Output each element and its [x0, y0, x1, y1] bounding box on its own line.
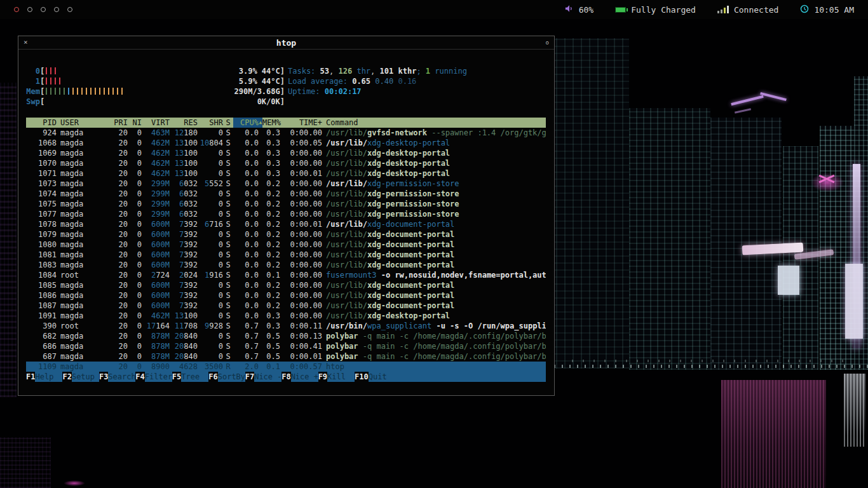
clock-time: 10:05 AM	[814, 5, 854, 15]
process-row-pid-1075[interactable]: 1075magda200299M60320S0.00.20:00.00/usr/…	[26, 199, 546, 209]
wallpaper-building	[629, 108, 710, 370]
desktop: 60% Fully Charged Connected 10:05 AM × h…	[0, 0, 868, 488]
process-row-pid-1073[interactable]: 1073magda200299M60325552S0.00.20:00.00/u…	[26, 179, 546, 189]
network-module[interactable]: Connected	[717, 5, 778, 15]
battery-module[interactable]: Fully Charged	[615, 5, 696, 15]
fkey-tree[interactable]: F5Tree	[172, 372, 208, 382]
htop-header: 0[3.9% 44°C]1[5.9% 44°C]Mem[290M/3.68G]S…	[26, 66, 546, 107]
process-row-pid-1084[interactable]: 1084root200272420241916S0.00.10:00.00fus…	[26, 270, 546, 280]
process-row-pid-1070[interactable]: 1070magda200462M131000S0.00.30:00.00/usr…	[26, 158, 546, 168]
column-header-ni[interactable]: NI	[128, 118, 142, 128]
meters: 0[3.9% 44°C]1[5.9% 44°C]Mem[290M/3.68G]S…	[26, 66, 285, 107]
window-title: htop	[276, 38, 296, 48]
process-row-pid-1069[interactable]: 1069magda200462M131000S0.00.30:00.00/usr…	[26, 148, 546, 158]
fkey-search[interactable]: F3Search	[99, 372, 135, 382]
window-titlebar[interactable]: × htop o	[18, 36, 554, 50]
fkey-nice-[interactable]: F7Nice -	[245, 372, 281, 382]
process-row-pid-682[interactable]: 682magda200878M208400S0.70.50:00.13polyb…	[26, 331, 546, 341]
process-row-pid-1078[interactable]: 1078magda200600M73926716S0.00.20:00.01/u…	[26, 219, 546, 229]
table-header: PID USER PRI NI VIRT RES SHR S CPU% ▲ ME…	[26, 118, 546, 128]
close-icon[interactable]: ×	[24, 36, 28, 49]
battery-status: Fully Charged	[631, 5, 696, 15]
window-menu-icon[interactable]: o	[546, 36, 549, 49]
process-row-pid-1071[interactable]: 1071magda200462M131000S0.00.30:00.01/usr…	[26, 168, 546, 179]
battery-icon	[615, 7, 626, 13]
fkey-setup[interactable]: F2Setup	[62, 372, 98, 382]
wallpaper-texture	[64, 480, 85, 486]
meter-1: 1[5.9% 44°C]	[26, 76, 285, 86]
workspace-indicator-3[interactable]	[41, 7, 46, 12]
fkey-help[interactable]: F1Help	[26, 372, 62, 382]
wallpaper-bright-building	[778, 266, 799, 295]
wallpaper-neon-roof	[731, 95, 763, 105]
htop-window: × htop o 0[3.9% 44°C]1[5.9% 44°C]Mem[290…	[18, 36, 555, 396]
process-row-pid-1079[interactable]: 1079magda200600M73920S0.00.20:00.00/usr/…	[26, 229, 546, 240]
signal-icon	[717, 6, 729, 13]
wallpaper-neon-roof	[760, 92, 787, 101]
wallpaper-waterline-lights	[572, 360, 851, 362]
fkey-quit[interactable]: F10Quit	[355, 372, 546, 382]
htop-terminal: 0[3.9% 44°C]1[5.9% 44°C]Mem[290M/3.68G]S…	[18, 50, 554, 395]
column-header-user[interactable]: USER	[60, 118, 107, 128]
process-row-pid-1109[interactable]: 1109magda200890046283500R2.00.10:00.57ht…	[26, 362, 546, 372]
column-header-res[interactable]: RES	[170, 118, 198, 128]
wallpaper-bright-building	[845, 264, 863, 339]
workspace-indicator-5[interactable]	[67, 7, 72, 12]
workspace-indicator-1[interactable]	[14, 7, 19, 12]
process-row-pid-1081[interactable]: 1081magda200600M73920S0.00.20:00.00/usr/…	[26, 250, 546, 260]
process-row-pid-1085[interactable]: 1085magda200600M73920S0.00.20:00.00/usr/…	[26, 280, 546, 290]
polybar-modules: 60% Fully Charged Connected 10:05 AM	[565, 4, 854, 15]
fkey-filter[interactable]: F4Filter	[135, 372, 172, 382]
column-header-state[interactable]: S	[223, 118, 233, 128]
column-header-virt[interactable]: VIRT	[142, 118, 170, 128]
process-row-pid-1091[interactable]: 1091magda200462M131000S0.00.30:00.00/usr…	[26, 311, 546, 321]
column-header-mem[interactable]: MEM%	[262, 118, 280, 128]
wallpaper-texture	[0, 83, 17, 397]
workspace-indicator-4[interactable]	[54, 7, 59, 12]
wallpaper-waterline-lights	[546, 365, 868, 368]
wallpaper-neon-sign	[811, 173, 844, 192]
process-row-pid-1086[interactable]: 1086magda200600M73920S0.00.20:00.00/usr/…	[26, 290, 546, 301]
clock-module[interactable]: 10:05 AM	[800, 4, 854, 15]
clock-icon	[800, 4, 809, 15]
fkey-sortby[interactable]: F6SortBy	[208, 372, 245, 382]
process-row-pid-1080[interactable]: 1080magda200600M73920S0.00.20:00.00/usr/…	[26, 240, 546, 250]
process-row-pid-390[interactable]: 390root20017164117089928S0.70.30:00.11/u…	[26, 321, 546, 331]
wallpaper-building	[548, 38, 629, 369]
process-row-pid-924[interactable]: 924magda200463M121800S0.00.30:00.00/usr/…	[26, 128, 546, 138]
wallpaper-water-reflection	[721, 380, 826, 488]
meter-swp: Swp[0K/0K]	[26, 97, 285, 107]
volume-level: 60%	[579, 5, 593, 15]
process-row-pid-1077[interactable]: 1077magda200299M60320S0.00.20:00.00/usr/…	[26, 209, 546, 219]
meter-mem: Mem[290M/3.68G]	[26, 86, 285, 97]
fkey-nice-[interactable]: F8Nice +	[281, 372, 318, 382]
network-status: Connected	[734, 5, 778, 15]
column-header-command[interactable]: Command	[322, 118, 546, 128]
wallpaper-water-reflection	[844, 374, 865, 447]
process-row-pid-1087[interactable]: 1087magda200600M73920S0.00.20:00.00/usr/…	[26, 301, 546, 311]
column-header-shr[interactable]: SHR	[198, 118, 223, 128]
info-lines: Tasks: 53, 126 thr, 101 kthr; 1 runningL…	[285, 66, 546, 107]
wallpaper-texture	[0, 437, 51, 488]
process-row-pid-1083[interactable]: 1083magda200600M73920S0.00.20:00.00/usr/…	[26, 260, 546, 270]
speaker-icon	[565, 4, 574, 15]
fkey-bar: F1HelpF2SetupF3SearchF4FilterF5TreeF6Sor…	[26, 372, 546, 382]
workspace-indicator-2[interactable]	[27, 7, 32, 12]
volume-module[interactable]: 60%	[565, 4, 593, 15]
meter-0: 0[3.9% 44°C]	[26, 66, 285, 76]
process-row-pid-1074[interactable]: 1074magda200299M60320S0.00.20:00.00/usr/…	[26, 189, 546, 199]
process-row-pid-686[interactable]: 686magda200878M208400S0.70.50:00.41polyb…	[26, 341, 546, 351]
column-header-pri[interactable]: PRI	[107, 118, 128, 128]
column-header-time[interactable]: TIME+	[280, 118, 322, 128]
process-row-pid-687[interactable]: 687magda200878M208400S0.70.50:00.01polyb…	[26, 351, 546, 362]
column-header-pid[interactable]: PID	[26, 118, 57, 128]
process-row-pid-1068[interactable]: 1068magda200462M1310010804S0.00.30:00.05…	[26, 138, 546, 148]
process-table: 924magda200463M121800S0.00.30:00.00/usr/…	[26, 128, 546, 372]
column-header-cpu-sorted[interactable]: CPU%	[233, 118, 259, 128]
fkey-kill[interactable]: F9Kill	[318, 372, 355, 382]
workspaces	[14, 7, 72, 12]
wallpaper-neon-roof	[735, 108, 751, 113]
polybar: 60% Fully Charged Connected 10:05 AM	[0, 0, 868, 19]
